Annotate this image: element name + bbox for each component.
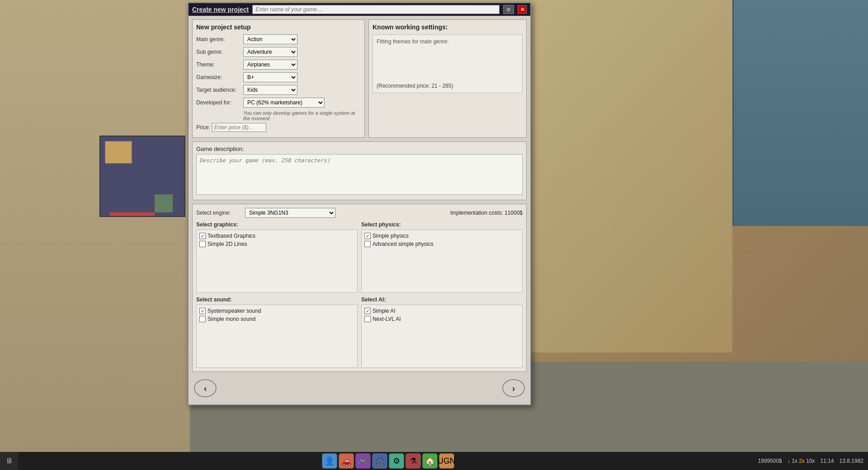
target-audience-label: Target audience: <box>196 87 241 93</box>
taskbar-icon-ugn[interactable]: UGN <box>439 453 454 469</box>
modal-body: New project setup Main genre: Action Adv… <box>189 16 530 404</box>
sound-section: Select sound: Systemspeaker sound Simple… <box>196 296 358 368</box>
sound-checkbox-1[interactable] <box>199 316 206 322</box>
graphics-option-0: Textbased Graphics <box>199 233 354 239</box>
physics-option-0: Simple physics <box>364 233 519 239</box>
sound-label: Select sound: <box>196 296 358 303</box>
physics-option-label-1: Advanced simple physics <box>373 241 434 247</box>
sub-genre-select[interactable]: Adventure Puzzle <box>243 47 297 57</box>
theme-label: Theme: <box>196 61 241 68</box>
taskbar-menu-button[interactable]: 🖥 <box>0 452 18 470</box>
known-settings-content: Fitting themes for main genre: (Recommen… <box>373 34 523 93</box>
taskbar-right-info: 1999500$ ↓ 1x 2x 10x 11:14 13.8.1982 <box>758 458 863 464</box>
bg-left-area <box>0 0 190 470</box>
fitting-themes-text: Fitting themes for main genre: <box>377 38 519 45</box>
bg-building-right <box>732 0 868 226</box>
graphics-option-1: Simple 2D Lines <box>199 241 354 247</box>
ai-option-label-1: Next-LVL AI <box>373 316 401 322</box>
graphics-box: Textbased Graphics Simple 2D Lines <box>196 230 358 293</box>
engine-select[interactable]: Simple 3NG1N3 Advanced Engine <box>245 208 335 218</box>
sound-option-label-0: Systemspeaker sound <box>208 308 261 314</box>
graphics-checkbox-0[interactable] <box>199 233 206 239</box>
taskbar-icons: 👤 🚗 🎮 🎧 ⚙ ⚗ 🏠 UGN <box>322 453 454 469</box>
gamesize-row: Gamesize: B+ A B C <box>196 72 361 82</box>
game-name-input[interactable] <box>252 5 500 14</box>
price-input[interactable] <box>212 123 266 132</box>
taskbar-icon-settings[interactable]: ⚙ <box>389 453 404 469</box>
graphics-section: Select graphics: Textbased Graphics Simp… <box>196 221 358 293</box>
ai-option-1: Next-LVL AI <box>364 316 519 322</box>
taskbar-icon-flask[interactable]: ⚗ <box>406 453 421 469</box>
graphics-option-label-0: Textbased Graphics <box>208 233 255 239</box>
ai-option-0: Simple AI <box>364 308 519 314</box>
physics-checkbox-1[interactable] <box>364 241 371 247</box>
physics-label: Select physics: <box>361 221 523 228</box>
top-row: New project setup Main genre: Action Adv… <box>192 19 527 138</box>
sound-checkbox-0[interactable] <box>199 308 206 314</box>
physics-option-1: Advanced simple physics <box>364 241 519 247</box>
sub-genre-row: Sub genre: Adventure Puzzle <box>196 47 361 57</box>
engine-select-row: Select engine: Simple 3NG1N3 Advanced En… <box>196 208 523 218</box>
recommended-price-text: (Recommended price: 21 - 285) <box>377 83 519 89</box>
time-display: 11:14 <box>821 458 834 464</box>
theme-row: Theme: Airplanes Space Fantasy <box>196 60 361 70</box>
implementation-cost: Implementation costs: 11000$ <box>450 210 523 216</box>
physics-box: Simple physics Advanced simple physics <box>361 230 523 293</box>
new-project-title: New project setup <box>196 24 361 31</box>
ai-option-label-0: Simple AI <box>373 308 396 314</box>
target-audience-row: Target audience: Kids Teens Adults Every… <box>196 85 361 95</box>
prev-button[interactable]: ‹ <box>194 379 217 397</box>
taskbar-icon-headphone[interactable]: 🎧 <box>372 453 387 469</box>
known-settings-title: Known working settings: <box>373 24 523 31</box>
create-project-modal: Create new project ⚙ ✕ New project setup… <box>188 2 531 405</box>
description-textarea[interactable] <box>196 154 523 195</box>
developed-for-row: Developed for: PC (62% marketshare) Cons… <box>196 98 361 108</box>
taskbar-icon-person[interactable]: 👤 <box>322 453 337 469</box>
ai-label: Select AI: <box>361 296 523 303</box>
ai-checkbox-0[interactable] <box>364 308 371 314</box>
modal-icon-button[interactable]: ⚙ <box>503 5 514 14</box>
next-button[interactable]: › <box>502 379 525 397</box>
price-label: Price: <box>196 124 210 131</box>
main-genre-label: Main genre: <box>196 36 241 42</box>
sound-option-1: Simple mono sound <box>199 316 354 322</box>
modal-close-button[interactable]: ✕ <box>518 5 527 14</box>
physics-checkbox-0[interactable] <box>364 233 371 239</box>
target-audience-select[interactable]: Kids Teens Adults Everyone <box>243 85 297 95</box>
office-room <box>99 136 185 217</box>
taskbar-icon-car[interactable]: 🚗 <box>339 453 354 469</box>
ai-section: Select AI: Simple AI Next-LVL AI <box>361 296 523 368</box>
main-genre-row: Main genre: Action Adventure RPG <box>196 34 361 44</box>
ai-checkbox-1[interactable] <box>364 316 371 322</box>
developed-for-select[interactable]: PC (62% marketshare) Console Mobile <box>243 98 325 108</box>
modal-title: Create new project <box>192 6 249 13</box>
engine-label: Select engine: <box>196 210 241 216</box>
graphics-checkbox-1[interactable] <box>199 241 206 247</box>
known-settings-panel: Known working settings: Fitting themes f… <box>368 19 527 138</box>
tech-panels-graphics-physics: Select graphics: Textbased Graphics Simp… <box>196 221 523 293</box>
main-genre-select[interactable]: Action Adventure RPG <box>243 34 297 44</box>
gamesize-select[interactable]: B+ A B C <box>243 72 297 82</box>
taskbar-icon-gamepad[interactable]: 🎮 <box>355 453 371 469</box>
modal-titlebar: Create new project ⚙ ✕ <box>189 3 530 16</box>
money-display: 1999500$ <box>758 458 782 464</box>
nav-buttons: ‹ › <box>192 376 527 401</box>
date-display: 13.8.1982 <box>840 458 863 464</box>
taskbar: 🖥 👤 🚗 🎮 🎧 ⚙ ⚗ 🏠 UGN 1999500$ ↓ 1x 2x 10x… <box>0 452 868 470</box>
price-row: Price: <box>196 123 361 132</box>
developed-for-label: Developed for: <box>196 99 241 106</box>
sound-option-label-1: Simple mono sound <box>208 316 255 322</box>
description-panel: Game description: <box>192 141 527 200</box>
physics-option-label-0: Simple physics <box>373 233 409 239</box>
description-label: Game description: <box>196 146 523 152</box>
speed-display: ↓ 1x 2x 10x <box>788 458 815 464</box>
tech-panels-sound-ai: Select sound: Systemspeaker sound Simple… <box>196 296 523 368</box>
graphics-label: Select graphics: <box>196 221 358 228</box>
sound-box: Systemspeaker sound Simple mono sound <box>196 305 358 368</box>
sound-option-0: Systemspeaker sound <box>199 308 354 314</box>
taskbar-icon-house[interactable]: 🏠 <box>422 453 438 469</box>
theme-select[interactable]: Airplanes Space Fantasy <box>243 60 297 70</box>
graphics-option-label-1: Simple 2D Lines <box>208 241 247 247</box>
physics-section: Select physics: Simple physics Advanced … <box>361 221 523 293</box>
gamesize-label: Gamesize: <box>196 74 241 80</box>
